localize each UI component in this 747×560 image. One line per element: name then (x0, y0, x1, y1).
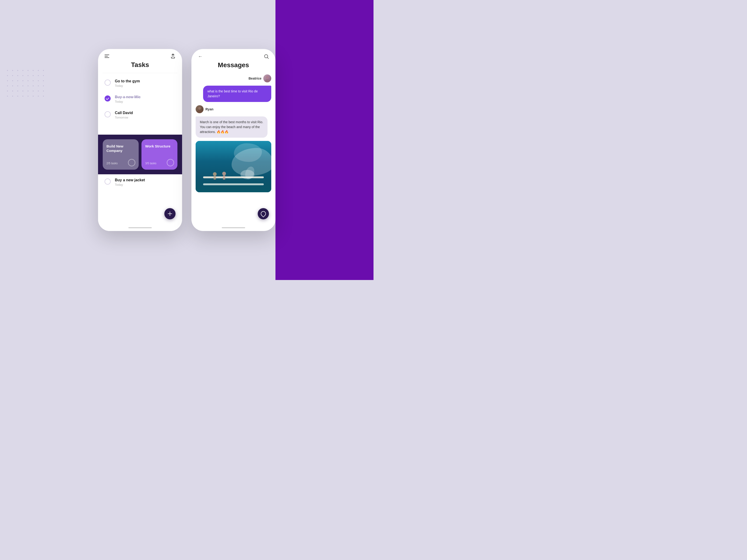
progress-circle-structure (167, 159, 174, 166)
task-date-mic: Today (115, 100, 140, 103)
task-info-mic: Buy a new Mic Today (115, 95, 140, 103)
messages-title: Messages (191, 61, 276, 72)
svg-point-5 (197, 110, 202, 113)
home-indicator-messages (222, 227, 245, 228)
task-item-gym: Go to the gym Today (98, 75, 182, 91)
task-checkbox-david[interactable] (105, 111, 111, 117)
chat-icon (260, 210, 267, 217)
add-task-button[interactable] (164, 208, 176, 219)
rio-beach-image (196, 141, 271, 192)
task-checkbox-mic[interactable] (105, 96, 111, 102)
svg-line-1 (267, 57, 269, 59)
task-item-mic: Buy a new Mic Today (98, 91, 182, 107)
ryan-name: Ryan (205, 107, 213, 111)
project-card-company[interactable]: Build New Company 2/5 tasks (103, 139, 139, 170)
project-section: Build New Company 2/5 tasks Work Structu… (98, 135, 182, 174)
task-name-mic: Buy a new Mic (115, 95, 140, 99)
beatrice-avatar (263, 75, 271, 82)
tasks-phone: Tasks Go to the gym Today Buy a new Mic … (98, 49, 182, 231)
task-name-david: Call David (115, 111, 133, 115)
task-list: Go to the gym Today Buy a new Mic Today … (98, 73, 182, 135)
task-info-david: Call David Tomorrow (115, 111, 133, 119)
task-item-david: Call David Tomorrow (98, 107, 182, 123)
share-icon[interactable] (171, 54, 176, 59)
task-date-jacket: Today (115, 183, 145, 186)
wave-2 (234, 143, 262, 162)
ryan-receiver-row: Ryan (196, 105, 271, 113)
menu-icon[interactable] (105, 55, 109, 58)
tasks-title: Tasks (98, 61, 182, 73)
task-item-jacket: Buy a new jacket Today (98, 174, 182, 190)
back-icon[interactable]: ← (198, 54, 203, 59)
svg-point-4 (198, 107, 201, 110)
messages-header: ← (191, 49, 276, 61)
task-date-gym: Today (115, 84, 140, 87)
svg-rect-6 (203, 177, 264, 178)
new-message-button[interactable] (258, 208, 269, 219)
svg-point-7 (213, 172, 216, 176)
messages-phone: ← Messages Beatrice what is the best tim (191, 49, 276, 231)
beatrice-name: Beatrice (249, 77, 261, 80)
project-title-company: Build New Company (106, 144, 135, 153)
home-indicator (128, 227, 152, 228)
beatrice-bubble: what is the best time to visit Rio de Ja… (203, 86, 271, 102)
ryan-bubble: March is one of the best months to visit… (196, 116, 267, 138)
task-date-david: Tomorrow (115, 116, 133, 119)
search-icon[interactable] (264, 54, 269, 59)
ocean-scene (196, 141, 271, 192)
beatrice-sender-row: Beatrice (196, 75, 271, 82)
task-info-gym: Go to the gym Today (115, 79, 140, 87)
task-name-gym: Go to the gym (115, 79, 140, 83)
svg-point-3 (265, 79, 270, 82)
svg-point-2 (266, 76, 269, 79)
tasks-header (98, 49, 182, 61)
project-title-structure: Work Structure (145, 144, 174, 149)
task-info-jacket: Buy a new jacket Today (115, 178, 145, 186)
task-checkbox-jacket[interactable] (105, 179, 111, 185)
ryan-avatar (196, 105, 204, 113)
task-checkbox-gym[interactable] (105, 80, 111, 86)
phones-container: Tasks Go to the gym Today Buy a new Mic … (0, 0, 374, 280)
svg-point-9 (222, 172, 226, 176)
chat-content: Beatrice what is the best time to visit … (191, 72, 276, 231)
progress-circle-company (128, 159, 135, 166)
tasks-bottom: Buy a new jacket Today (98, 174, 182, 231)
task-name-jacket: Buy a new jacket (115, 178, 145, 182)
project-card-structure[interactable]: Work Structure 3/5 tasks (141, 139, 177, 170)
